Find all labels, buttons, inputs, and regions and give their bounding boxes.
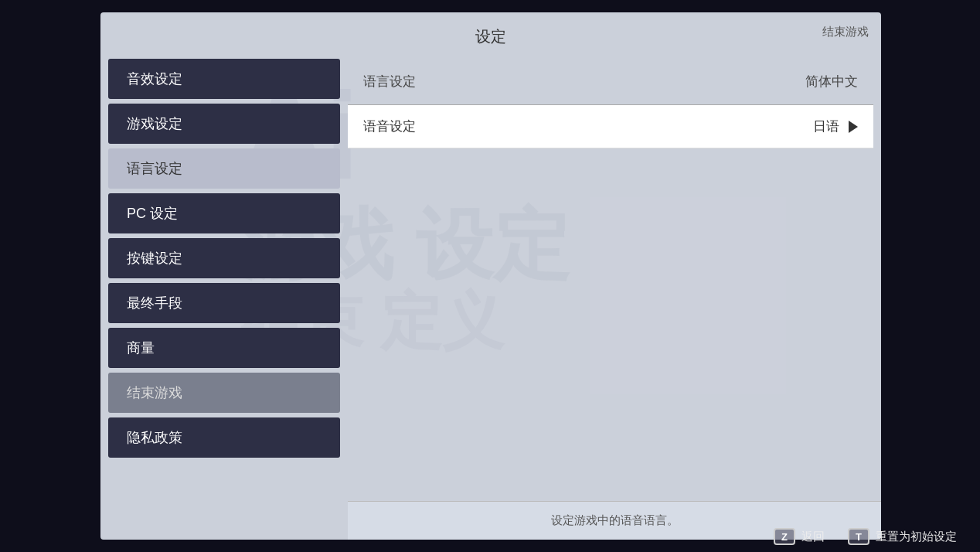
voice-setting-label: 语音设定 [363,118,416,135]
voice-setting-row[interactable]: 语音设定 日语 [348,105,873,148]
top-exit-button[interactable]: 结束游戏 [822,25,869,39]
voice-setting-value: 日语 [813,118,839,135]
voice-setting-right: 日语 [813,118,858,135]
back-label: 返回 [801,530,825,544]
reset-label: 重置为初始设定 [876,530,957,544]
sidebar-item-audio[interactable]: 音效设定 [108,59,340,99]
settings-panel: Ai 游戏 设定 结束 定义 设定 结束游戏 音效设定 游戏设定 语言设定 PC… [100,12,881,540]
sidebar-item-language[interactable]: 语言设定 [108,148,340,189]
sidebar: 音效设定 游戏设定 语言设定 PC 设定 按键设定 最终手段 商量 结束游戏 隐… [108,59,340,458]
reset-key: T [848,528,869,545]
sidebar-item-keybind[interactable]: 按键设定 [108,238,340,278]
reset-button[interactable]: T 重置为初始设定 [848,528,957,545]
language-setting-row: 语言设定 简体中文 [348,59,873,105]
sidebar-item-game[interactable]: 游戏设定 [108,104,340,144]
panel-title: 设定 [100,26,881,47]
bottom-bar: Z 返回 T 重置为初始设定 [0,521,980,552]
content-area: 语言设定 简体中文 语音设定 日语 [348,59,873,148]
sidebar-item-consult[interactable]: 商量 [108,328,340,368]
language-setting-value: 简体中文 [805,73,858,90]
language-setting-label: 语言设定 [363,73,416,90]
sidebar-item-exit[interactable]: 结束游戏 [108,373,340,413]
sidebar-item-privacy[interactable]: 隐私政策 [108,417,340,458]
back-key: Z [774,528,795,545]
sidebar-item-lastresort[interactable]: 最终手段 [108,283,340,323]
arrow-right-icon [849,121,858,133]
sidebar-item-pc[interactable]: PC 设定 [108,193,340,233]
back-button[interactable]: Z 返回 [774,528,825,545]
